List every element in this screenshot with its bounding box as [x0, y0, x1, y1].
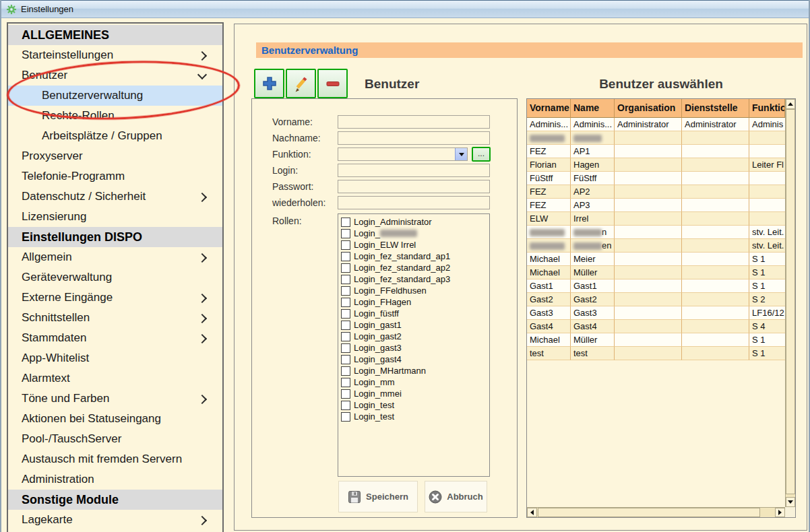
role-item[interactable]: Login_gast1 — [341, 319, 489, 331]
table-row[interactable]: testtestS 1 — [527, 347, 785, 360]
role-checkbox[interactable] — [341, 366, 350, 376]
role-item[interactable]: Login_fez_standard_ap3 — [341, 273, 489, 285]
funktion-browse-button[interactable]: ... — [472, 147, 491, 162]
sidebar-item-töne-und-farben[interactable]: Töne und Farben — [8, 389, 222, 409]
sidebar-item-app-whitelist[interactable]: App-Whitelist — [8, 348, 222, 368]
table-row[interactable]: FEZAP2 — [527, 185, 785, 199]
role-checkbox[interactable] — [341, 389, 350, 399]
role-checkbox[interactable] — [341, 309, 350, 319]
role-checkbox[interactable] — [341, 240, 350, 250]
sidebar-item-administration[interactable]: Administration — [8, 469, 222, 490]
role-checkbox[interactable] — [341, 298, 350, 307]
sidebar-item-proxyserver[interactable]: Proxyserver — [8, 146, 222, 166]
table-row[interactable]: nstv. Leit. — [527, 226, 785, 239]
sidebar-item-allgemein[interactable]: Allgemein — [8, 247, 222, 267]
role-item[interactable]: Login_gast2 — [341, 331, 489, 342]
table-row[interactable]: FEZAP3 — [527, 199, 785, 212]
table-row[interactable]: Gast3Gast3LF16/12 — [527, 306, 785, 320]
vorname-field[interactable] — [338, 115, 490, 129]
column-header-dienststelle[interactable]: Dienststelle — [682, 99, 749, 118]
role-checkbox[interactable] — [341, 286, 350, 296]
sidebar-item-schnittstellen[interactable]: Schnittstellen — [8, 308, 222, 328]
horizontal-scrollbar[interactable] — [527, 507, 785, 517]
role-item[interactable]: Login_fez_standard_ap2 — [341, 262, 489, 273]
sidebar-item-starteinstellungen[interactable]: Starteinstellungen — [8, 45, 222, 65]
role-item[interactable]: Login_FHagen — [341, 296, 489, 308]
column-header-organisation[interactable]: Organisation — [615, 99, 682, 118]
table-row[interactable]: Gast4Gast4S 4 — [527, 320, 785, 333]
scroll-right-button[interactable] — [775, 508, 785, 517]
cancel-button[interactable]: Abbruch — [425, 481, 487, 512]
sidebar-item-pool-tauschserver[interactable]: Pool-/TauschServer — [8, 429, 222, 449]
role-item[interactable]: Login_gast3 — [341, 342, 489, 354]
table-row[interactable]: MichaelMüllerS 1 — [527, 266, 785, 279]
sidebar-item-stammdaten[interactable]: Stammdaten — [8, 328, 222, 348]
role-checkbox[interactable] — [341, 343, 350, 353]
sidebar-item-lizensierung[interactable]: Lizensierung — [8, 207, 222, 227]
table-row[interactable]: Gast2Gast2S 2 — [527, 293, 785, 306]
role-checkbox[interactable] — [341, 275, 350, 284]
save-button[interactable]: Speichern — [338, 481, 418, 512]
role-checkbox[interactable] — [341, 378, 350, 387]
sidebar-item-austausch-mit-fremden-servern[interactable]: Austausch mit fremden Servern — [8, 449, 222, 469]
table-row[interactable]: ELWIrrel — [527, 212, 785, 226]
role-item[interactable]: Login_gast4 — [341, 354, 489, 365]
sidebar-item-benutzerverwaltung[interactable]: Benutzerverwaltung — [8, 86, 222, 106]
table-row[interactable]: Adminis...Adminis...AdministratorAdminis… — [527, 118, 785, 131]
role-checkbox[interactable] — [341, 263, 350, 273]
role-item[interactable]: Login_FFeldhusen — [341, 285, 489, 296]
login-field[interactable] — [338, 164, 490, 177]
sidebar-item-rechte-rollen[interactable]: Rechte-Rollen — [8, 106, 222, 126]
nachname-field[interactable] — [338, 131, 490, 145]
combobox-dropdown-button[interactable] — [455, 148, 467, 160]
role-checkbox[interactable] — [341, 229, 350, 238]
role-item[interactable]: Login_ELW Irrel — [341, 239, 489, 251]
sidebar-item-externe-eingänge[interactable]: Externe Eingänge — [8, 288, 222, 308]
sidebar-item-aktionen-bei-statuseingang[interactable]: Aktionen bei Statuseingang — [8, 409, 222, 429]
scroll-left-button[interactable] — [527, 508, 537, 517]
sidebar-item-alarmtext[interactable]: Alarmtext — [8, 368, 222, 389]
sidebar-item-telefonie-programm[interactable]: Telefonie-Programm — [8, 166, 222, 187]
table-row[interactable] — [527, 131, 785, 145]
funktion-combobox[interactable] — [338, 147, 468, 161]
role-item[interactable]: Login_MHartmann — [341, 365, 489, 376]
passwort-field[interactable] — [338, 180, 490, 193]
role-checkbox[interactable] — [341, 355, 350, 364]
add-user-button[interactable] — [254, 69, 284, 98]
sidebar-item-benutzer[interactable]: Benutzer — [8, 65, 222, 86]
table-row[interactable]: enstv. Leit. — [527, 239, 785, 253]
table-row[interactable]: FlorianHagenLeiter Fl — [527, 158, 785, 172]
sidebar-item-lagekarte[interactable]: Lagekarte — [8, 510, 222, 530]
remove-user-button[interactable] — [317, 69, 348, 98]
vertical-scrollbar[interactable] — [785, 99, 795, 507]
rollen-listbox[interactable]: Login_AdministratorLogin_Login_ELW Irrel… — [338, 213, 490, 477]
role-checkbox[interactable] — [341, 252, 350, 261]
scroll-down-button[interactable] — [786, 497, 795, 507]
edit-user-button[interactable] — [286, 69, 316, 98]
role-checkbox[interactable] — [341, 218, 350, 227]
role-item[interactable]: Login_test — [341, 399, 489, 411]
table-row[interactable]: Gast1Gast1S 1 — [527, 279, 785, 293]
role-item[interactable]: Login_Administrator — [341, 216, 489, 228]
table-row[interactable]: FüStffFüStff — [527, 172, 785, 185]
role-item[interactable]: Login_test — [341, 411, 489, 422]
role-checkbox[interactable] — [341, 401, 350, 410]
role-item[interactable]: Login_ — [341, 228, 489, 239]
column-header-funktion[interactable]: Funktion — [749, 99, 785, 118]
column-header-vorname[interactable]: Vorname — [527, 99, 571, 118]
table-row[interactable]: MichaelMüllerS 1 — [527, 333, 785, 347]
wiederholen-field[interactable] — [338, 196, 490, 209]
column-header-name[interactable]: Name — [571, 99, 615, 118]
role-item[interactable]: Login_mmei — [341, 388, 489, 399]
scroll-up-button[interactable] — [786, 99, 795, 109]
horizontal-scroll-thumb[interactable] — [538, 508, 760, 517]
table-row[interactable]: MichaelMeierS 1 — [527, 253, 785, 266]
role-item[interactable]: Login_füstff — [341, 308, 489, 319]
role-checkbox[interactable] — [341, 332, 350, 341]
vertical-scroll-thumb[interactable] — [786, 109, 795, 494]
role-item[interactable]: Login_fez_standard_ap1 — [341, 251, 489, 262]
sidebar-item-geräteverwaltung[interactable]: Geräteverwaltung — [8, 267, 222, 288]
sidebar-item-arbeitsplätze-gruppen[interactable]: Arbeitsplätze / Gruppen — [8, 126, 222, 146]
role-checkbox[interactable] — [341, 412, 350, 422]
sidebar-item-datenschutz-sicherheit[interactable]: Datenschutz / Sicherheit — [8, 187, 222, 207]
